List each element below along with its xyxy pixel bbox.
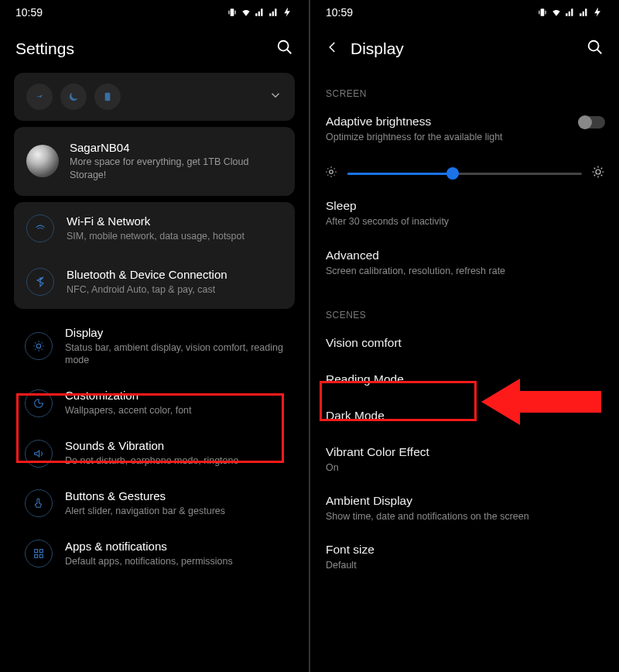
svg-point-6	[36, 345, 40, 348]
sounds-row[interactable]: Sounds & Vibration Do not disturb, earph…	[14, 428, 295, 478]
svg-point-3	[279, 41, 289, 51]
customization-row[interactable]: Customization Wallpapers, accent color, …	[14, 378, 295, 428]
status-icons	[537, 7, 604, 18]
display-row[interactable]: Display Status bar, ambient display, vis…	[14, 315, 295, 379]
signal2-icon	[268, 7, 279, 18]
row-sub: Wallpapers, accent color, font	[65, 404, 192, 417]
svg-rect-1	[228, 11, 229, 15]
brightness-low-icon	[324, 165, 338, 182]
bluetooth-row-icon	[26, 268, 54, 296]
quick-toggle-data[interactable]	[26, 84, 53, 110]
adaptive-brightness-row[interactable]: Adaptive brightness Optimize brightness …	[310, 105, 619, 154]
page-title: Display	[351, 39, 404, 58]
wifi-icon	[551, 7, 562, 18]
ambient-display-row[interactable]: Ambient Display Show time, date and noti…	[310, 485, 619, 533]
dark-mode-row[interactable]: Dark Mode	[310, 399, 619, 436]
apps-row-icon	[25, 540, 53, 567]
quick-toggle-night[interactable]	[60, 84, 87, 110]
wifi-icon	[241, 7, 251, 18]
wifi-network-row[interactable]: Wi-Fi & Network SIM, mobile network, dat…	[14, 202, 295, 255]
chevron-down-icon	[268, 88, 282, 102]
apps-notifications-row[interactable]: Apps & notifications Default apps, notif…	[14, 529, 295, 579]
search-icon	[587, 39, 604, 56]
svg-point-14	[589, 41, 599, 51]
row-sub: Screen calibration, resolution, refresh …	[326, 265, 604, 277]
sleep-row[interactable]: Sleep After 30 seconds of inactivity	[310, 190, 619, 238]
wifi-row-icon	[26, 214, 54, 242]
status-time: 10:59	[15, 6, 43, 19]
back-button[interactable]	[326, 40, 340, 57]
row-sub: Optimize brightness for the available li…	[326, 131, 604, 143]
row-title: Reading Mode	[326, 372, 604, 386]
adaptive-brightness-toggle[interactable]	[579, 116, 605, 129]
row-title: Ambient Display	[326, 494, 604, 508]
row-sub: NFC, Android Auto, tap & pay, cast	[67, 283, 227, 297]
brightness-high-icon	[591, 165, 605, 182]
vibrant-color-row[interactable]: Vibrant Color Effect On	[310, 436, 619, 485]
row-sub: Alert slider, navigation bar & gestures	[65, 505, 225, 518]
svg-line-15	[597, 50, 602, 54]
row-sub: SIM, mobile network, data usage, hotspot	[67, 230, 245, 243]
user-sub: More space for everything, get 1TB Cloud…	[70, 156, 282, 182]
bluetooth-row[interactable]: Bluetooth & Device Connection NFC, Andro…	[14, 255, 295, 309]
buttons-gestures-row[interactable]: Buttons & Gestures Alert slider, navigat…	[14, 478, 295, 529]
svg-point-16	[330, 170, 333, 174]
row-title: Advanced	[326, 249, 604, 262]
expand-toggles[interactable]	[268, 88, 282, 105]
row-title: Sleep	[326, 199, 604, 213]
vibrate-icon	[537, 7, 548, 18]
svg-line-4	[287, 50, 292, 54]
row-title: Customization	[65, 389, 192, 402]
user-card[interactable]: SagarNB04 More space for everything, get…	[14, 127, 295, 196]
status-bar: 10:59	[0, 0, 309, 22]
status-time: 10:59	[326, 6, 353, 19]
connectivity-card: Wi-Fi & Network SIM, mobile network, dat…	[14, 202, 295, 309]
row-title: Adaptive brightness	[326, 115, 604, 129]
slider-thumb[interactable]	[446, 167, 459, 180]
sounds-row-icon	[25, 440, 53, 468]
settings-list: Display Status bar, ambient display, vis…	[14, 315, 295, 579]
settings-screen: 10:59 Settings	[0, 0, 310, 672]
avatar	[26, 145, 59, 177]
svg-point-17	[596, 170, 600, 174]
row-title: Apps & notifications	[65, 540, 233, 553]
svg-rect-2	[235, 11, 236, 15]
font-size-row[interactable]: Font size Default	[310, 533, 619, 582]
data-icon	[33, 91, 46, 103]
svg-rect-0	[231, 9, 234, 15]
row-sub: Status bar, ambient display, vision comf…	[65, 341, 284, 368]
svg-rect-9	[35, 555, 38, 558]
advanced-row[interactable]: Advanced Screen calibration, resolution,…	[310, 239, 619, 288]
signal-icon	[255, 7, 265, 18]
row-title: Sounds & Vibration	[65, 439, 238, 452]
svg-rect-11	[541, 9, 545, 15]
user-name: SagarNB04	[70, 141, 282, 154]
signal2-icon	[579, 7, 590, 18]
section-screen-label: SCREEN	[310, 67, 619, 105]
moon-icon	[67, 91, 80, 103]
search-button[interactable]	[276, 39, 293, 59]
row-title: Display	[65, 326, 284, 339]
brightness-slider[interactable]	[347, 173, 582, 175]
brightness-slider-row	[310, 154, 619, 190]
search-button[interactable]	[587, 39, 604, 59]
page-title: Settings	[15, 39, 74, 58]
row-sub: Do not disturb, earphone mode, ringtone	[65, 454, 238, 468]
row-title: Buttons & Gestures	[65, 489, 225, 502]
row-title: Vision comfort	[326, 336, 604, 350]
row-title: Vibrant Color Effect	[326, 445, 604, 459]
row-title: Dark Mode	[326, 409, 604, 423]
vision-comfort-row[interactable]: Vision comfort	[310, 327, 619, 363]
row-sub: Default	[326, 559, 604, 571]
reading-mode-row[interactable]: Reading Mode	[310, 363, 619, 399]
rotate-icon	[101, 91, 114, 103]
svg-rect-5	[105, 93, 111, 101]
section-scenes-label: SCENES	[310, 288, 619, 327]
row-sub: After 30 seconds of inactivity	[326, 215, 604, 228]
quick-toggle-rotate[interactable]	[94, 84, 121, 110]
row-title: Wi-Fi & Network	[67, 214, 245, 228]
display-screen: 10:59 Display SCREEN Adaptive brightness…	[310, 0, 619, 672]
svg-rect-7	[35, 550, 38, 553]
row-sub: On	[326, 461, 604, 474]
row-title: Bluetooth & Device Connection	[67, 268, 227, 281]
